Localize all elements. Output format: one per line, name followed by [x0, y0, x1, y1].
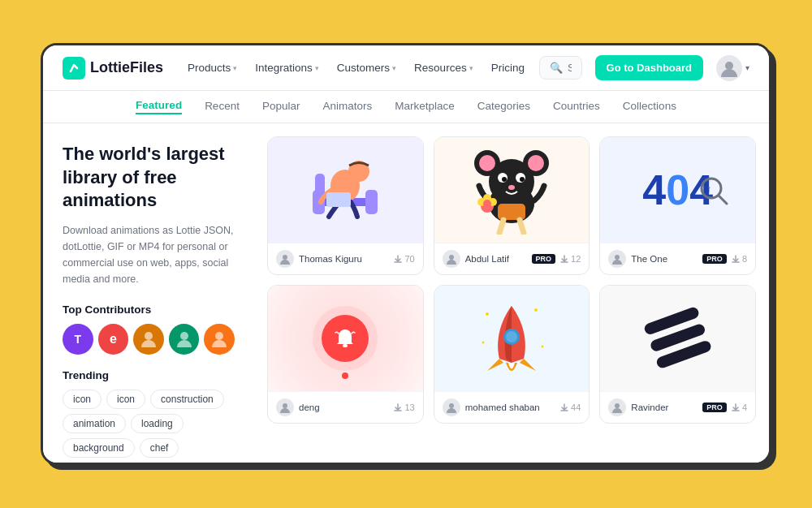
download-count: 44	[560, 403, 581, 412]
card-footer: Thomas Kiguru 70	[268, 243, 423, 274]
svg-text:↑: ↑	[706, 183, 711, 195]
subnav-animators[interactable]: Animators	[322, 100, 372, 114]
subnav-categories[interactable]: Categories	[477, 100, 530, 114]
animation-card[interactable]: Thomas Kiguru 70	[267, 136, 424, 275]
brand-name: LottieFiles	[90, 59, 163, 76]
animation-card[interactable]: deng 13	[267, 285, 424, 424]
subnav-recent[interactable]: Recent	[205, 100, 240, 114]
download-icon	[732, 255, 740, 263]
svg-point-30	[483, 200, 491, 208]
svg-point-45	[482, 342, 484, 344]
svg-rect-11	[326, 192, 351, 207]
download-icon	[394, 255, 402, 263]
svg-point-43	[486, 312, 489, 316]
animation-card[interactable]: Abdul Latif PRO 12	[434, 136, 590, 275]
animation-card[interactable]: Ravinder PRO 4	[599, 285, 756, 424]
download-icon	[732, 403, 740, 411]
subnav-marketplace[interactable]: Marketplace	[395, 100, 455, 114]
logo-icon	[63, 57, 85, 80]
contributor-avatar[interactable]: e	[98, 324, 129, 355]
trending-heading: Trending	[63, 369, 235, 381]
svg-rect-7	[365, 190, 378, 214]
card-footer: Ravinder PRO 4	[600, 391, 755, 423]
svg-point-23	[520, 177, 525, 182]
card-footer: Abdul Latif PRO 12	[434, 243, 590, 274]
chevron-down-icon: ▾	[392, 64, 396, 72]
tag-background[interactable]: background	[63, 438, 135, 458]
svg-point-18	[479, 155, 495, 171]
tag-chef[interactable]: chef	[140, 438, 179, 458]
trending-tags: icon icon construction animation loading…	[63, 390, 235, 463]
tag-construction[interactable]: construction	[150, 390, 224, 409]
nav-customers[interactable]: Customers ▾	[329, 57, 404, 79]
username: mohamed shaban	[465, 403, 555, 412]
download-count: 4	[732, 403, 747, 412]
contributor-avatar[interactable]: T	[63, 324, 93, 355]
username: Ravinder	[631, 403, 698, 412]
pro-badge: PRO	[532, 254, 556, 264]
download-count: 12	[560, 254, 581, 264]
svg-point-52	[615, 403, 620, 408]
main-content: The world's largest library of free anim…	[43, 123, 769, 463]
svg-point-39	[283, 403, 287, 408]
diagonal-lines-illustration	[637, 298, 719, 379]
svg-point-3	[180, 332, 188, 340]
username: deng	[299, 403, 389, 412]
nav-products[interactable]: Products ▾	[179, 57, 245, 79]
tag-icon1[interactable]: icon	[63, 390, 102, 409]
animation-grid: Thomas Kiguru 70	[254, 123, 769, 463]
nav-pricing[interactable]: Pricing	[483, 57, 533, 79]
svg-point-47	[449, 403, 454, 408]
download-count: 13	[394, 403, 414, 412]
dashboard-button[interactable]: Go to Dashboard	[595, 55, 703, 80]
hero-description: Download animations as Lottie JSON, dotL…	[63, 222, 235, 287]
subnav-collections[interactable]: Collections	[623, 100, 676, 114]
svg-point-24	[508, 185, 515, 190]
pro-badge: PRO	[702, 403, 727, 412]
rocket-illustration	[471, 298, 552, 379]
contributor-avatar[interactable]	[204, 324, 235, 355]
svg-point-1	[725, 62, 733, 70]
download-icon	[560, 255, 568, 263]
chevron-down-icon: ▾	[315, 64, 319, 72]
bell-icon	[333, 326, 357, 351]
subnav-featured[interactable]: Featured	[136, 99, 182, 114]
subnav-countries[interactable]: Countries	[553, 100, 600, 114]
user-avatar	[276, 250, 294, 268]
svg-rect-0	[67, 61, 81, 75]
logo[interactable]: LottieFiles	[63, 57, 163, 80]
animation-preview	[600, 286, 755, 391]
username: Thomas Kiguru	[299, 254, 389, 264]
svg-line-34	[719, 196, 727, 204]
contributor-avatar[interactable]	[169, 324, 200, 355]
nav-integrations[interactable]: Integrations ▾	[247, 57, 327, 79]
animation-preview	[434, 137, 590, 243]
svg-point-22	[502, 177, 507, 182]
contributor-avatar[interactable]	[133, 324, 164, 355]
404-text: 404 ↑	[642, 169, 713, 211]
navbar: LottieFiles Products ▾ Integrations ▾ Cu…	[43, 45, 769, 91]
search-input[interactable]	[568, 62, 572, 74]
card-footer: The One PRO 8	[600, 243, 755, 274]
mouse-character-illustration	[467, 145, 556, 235]
subnav-popular[interactable]: Popular	[262, 100, 300, 114]
download-count: 8	[732, 254, 747, 264]
animation-card[interactable]: mohamed shaban 44	[434, 285, 590, 424]
tag-loading[interactable]: loading	[131, 414, 184, 433]
svg-point-12	[283, 255, 287, 260]
animation-card[interactable]: 404 ↑ The One PRO	[599, 136, 756, 275]
chevron-down-icon: ▾	[469, 64, 473, 72]
search-icon: 🔍	[550, 62, 563, 74]
search-bar[interactable]: 🔍	[539, 56, 582, 80]
user-avatar	[608, 398, 626, 416]
contributors-heading: Top Contributors	[63, 304, 235, 316]
tag-animation[interactable]: animation	[63, 414, 126, 433]
animation-preview: 404 ↑	[600, 137, 755, 243]
user-avatar-menu[interactable]: ▾	[716, 55, 749, 81]
contributors-avatars: T e	[63, 324, 235, 355]
pro-badge: PRO	[702, 254, 727, 264]
svg-point-44	[534, 308, 538, 312]
tag-icon2[interactable]: icon	[106, 390, 145, 409]
nav-resources[interactable]: Resources ▾	[406, 57, 482, 79]
chevron-down-icon: ▾	[745, 63, 749, 72]
